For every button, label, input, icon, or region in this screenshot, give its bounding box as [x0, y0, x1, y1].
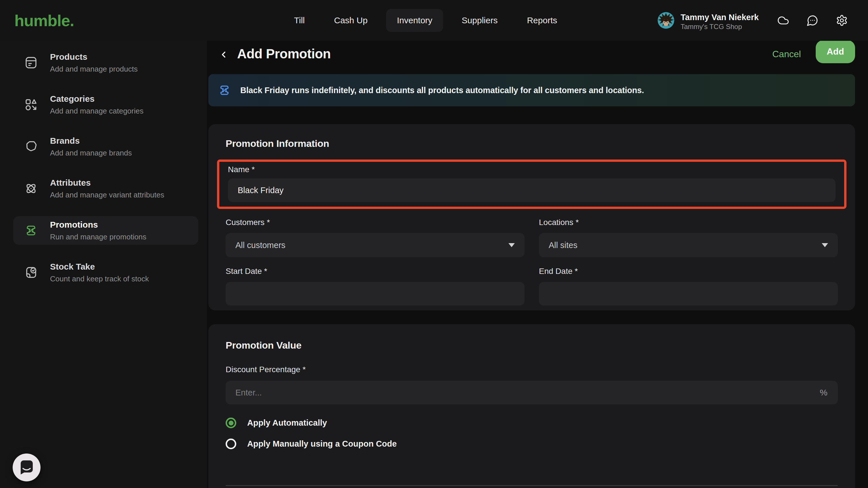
sidebar-item-title: Products [50, 52, 138, 62]
sidebar-item-brands[interactable]: Brands Add and manage brands [13, 132, 198, 161]
promotion-info-banner: Black Friday runs indefinitely, and disc… [208, 74, 855, 106]
sidebar-item-subtitle: Count and keep track of stock [50, 274, 149, 284]
sidebar-item-stock-take[interactable]: Stock Take Count and keep track of stock [13, 258, 198, 287]
sidebar-item-subtitle: Add and manage brands [50, 148, 132, 158]
sidebar-item-categories[interactable]: Categories Add and manage categories [13, 90, 198, 119]
chevron-down-icon [822, 243, 828, 247]
user-menu[interactable]: Tammy Van Niekerk Tammy's TCG Shop [658, 12, 759, 31]
stock-take-icon [24, 266, 38, 279]
nav-cash-up[interactable]: Cash Up [323, 9, 378, 32]
top-bar: humble. Till Cash Up Inventory Suppliers… [0, 0, 868, 41]
categories-shapes-icon [24, 98, 38, 112]
apply-automatically-radio[interactable]: Apply Automatically [226, 418, 838, 428]
main-panel: Add Promotion Cancel Add Black Friday ru… [207, 41, 868, 488]
locations-select[interactable]: All sites [539, 233, 838, 257]
apply-mode-radio-group: Apply Automatically Apply Manually using… [226, 418, 838, 449]
radio-label: Apply Automatically [247, 418, 327, 428]
customers-label: Customers * [226, 218, 525, 227]
back-button[interactable] [216, 47, 232, 63]
sidebar-item-subtitle: Add and manage categories [50, 106, 144, 116]
section-title: Promotion Value [226, 324, 838, 351]
apply-manually-radio[interactable]: Apply Manually using a Coupon Code [226, 438, 838, 449]
end-date-label: End Date * [539, 267, 838, 276]
primary-nav: Till Cash Up Inventory Suppliers Reports [283, 0, 568, 41]
promotions-coupon-icon [24, 223, 38, 237]
locations-label: Locations * [539, 218, 838, 227]
discount-percentage-input[interactable] [226, 381, 838, 404]
inventory-sidebar: Products Add and manage products Categor… [0, 41, 207, 488]
section-title: Promotion Information [226, 124, 838, 149]
sidebar-item-title: Attributes [50, 177, 164, 188]
settings-icon[interactable] [836, 14, 848, 26]
percent-icon: % [820, 388, 828, 397]
add-button[interactable]: Add [816, 41, 855, 63]
page-title: Add Promotion [237, 46, 331, 61]
banner-text: Black Friday runs indefinitely, and disc… [240, 86, 644, 95]
name-field-highlight: Name * [217, 159, 846, 209]
nav-till[interactable]: Till [283, 9, 316, 32]
coupon-icon [218, 84, 231, 97]
radio-selected-icon [226, 418, 236, 428]
section-divider [226, 485, 838, 486]
sidebar-item-subtitle: Add and manage products [50, 64, 138, 74]
nav-suppliers[interactable]: Suppliers [451, 9, 508, 32]
support-chat-button[interactable] [13, 454, 40, 481]
brands-badge-icon [24, 140, 38, 153]
chevron-down-icon [508, 243, 515, 247]
promotion-information-card: Promotion Information Name * Customers *… [208, 124, 855, 310]
nav-inventory[interactable]: Inventory [386, 9, 443, 32]
user-name: Tammy Van Niekerk [681, 12, 759, 23]
cloud-icon[interactable] [777, 14, 789, 26]
sidebar-item-promotions[interactable]: Promotions Run and manage promotions [13, 216, 198, 245]
name-label: Name * [228, 165, 836, 175]
sidebar-item-subtitle: Run and manage promotions [50, 232, 146, 242]
discount-percentage-label: Discount Percentage * [226, 365, 838, 374]
chat-icon[interactable] [806, 14, 818, 26]
start-date-label: Start Date * [226, 267, 525, 276]
locations-value: All sites [549, 241, 578, 250]
humble-logo: humble. [14, 11, 74, 30]
topbar-actions [777, 0, 848, 41]
sidebar-item-products[interactable]: Products Add and manage products [13, 48, 198, 77]
products-box-icon [24, 56, 38, 69]
sidebar-item-subtitle: Add and manage variant attributes [50, 190, 164, 200]
radio-unselected-icon [226, 438, 236, 449]
customers-value: All customers [236, 241, 285, 250]
sidebar-item-title: Stock Take [50, 261, 149, 272]
page-header: Add Promotion Cancel Add [208, 41, 855, 74]
avatar [658, 12, 674, 29]
promotion-value-card: Promotion Value Discount Percentage * % … [208, 324, 855, 488]
sidebar-item-title: Promotions [50, 219, 146, 230]
cancel-button[interactable]: Cancel [772, 49, 801, 60]
nav-reports[interactable]: Reports [516, 9, 568, 32]
radio-label: Apply Manually using a Coupon Code [247, 439, 397, 449]
attributes-atom-icon [24, 182, 38, 195]
end-date-input[interactable] [539, 282, 838, 305]
sidebar-item-title: Brands [50, 135, 132, 146]
customers-select[interactable]: All customers [226, 233, 525, 257]
sidebar-item-title: Categories [50, 93, 144, 104]
name-input[interactable] [228, 179, 836, 202]
start-date-input[interactable] [226, 282, 525, 305]
sidebar-item-attributes[interactable]: Attributes Add and manage variant attrib… [13, 174, 198, 203]
user-org: Tammy's TCG Shop [681, 23, 759, 31]
